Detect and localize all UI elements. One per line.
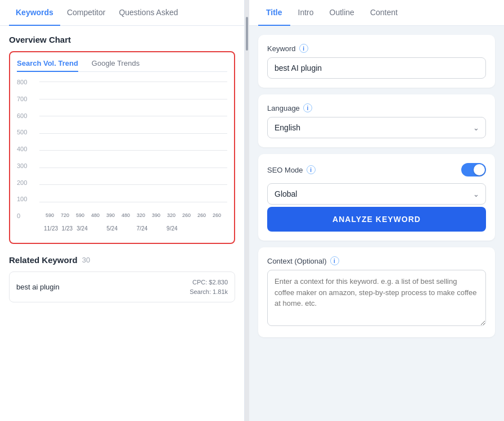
context-section: Context (Optional) i [258, 247, 495, 337]
overview-chart-title: Overview Chart [9, 35, 235, 44]
bar-group: 720 [59, 212, 71, 219]
bars-row: 590720590480390480320390320260260260 [39, 79, 227, 219]
tab-competitor[interactable]: Competitor [60, 0, 112, 26]
keyword-cpc: CPC: $2.830 [190, 278, 228, 287]
y-label-600: 600 [17, 112, 27, 119]
keyword-list-item[interactable]: best ai plugin CPC: $2.830 Search: 1.81k [9, 271, 235, 302]
y-label-800: 800 [17, 79, 27, 85]
seo-mode-toggle[interactable] [461, 163, 486, 176]
language-section: Language i English Spanish French German… [258, 94, 495, 147]
bar-value-label: 480 [122, 212, 130, 218]
bar-group: 390 [105, 212, 116, 219]
right-panel: Title Intro Outline Content Keyword i La… [249, 0, 504, 421]
tab-title[interactable]: Title [258, 0, 290, 26]
chart-tab-search-vol[interactable]: Search Vol. Trend [17, 59, 78, 72]
x-label: 3/24 [76, 225, 88, 232]
bar-group: 390 [150, 212, 162, 219]
y-label-0: 0 [17, 212, 27, 219]
bar-value-label: 260 [197, 212, 206, 218]
y-label-700: 700 [17, 96, 27, 102]
right-tab-bar: Title Intro Outline Content [249, 0, 504, 26]
toggle-knob [474, 164, 485, 175]
context-info-icon[interactable]: i [330, 256, 339, 265]
bar-value-label: 590 [76, 212, 84, 218]
language-select[interactable]: English Spanish French German [267, 117, 486, 138]
y-label-100: 100 [17, 196, 27, 202]
chart-area: 0 100 200 300 400 500 600 700 800 [17, 79, 227, 236]
bar-value-label: 590 [46, 212, 54, 218]
language-info-icon[interactable]: i [303, 103, 312, 112]
bar-group: 260 [181, 212, 192, 219]
seo-mode-info-icon[interactable]: i [307, 165, 316, 174]
related-keyword-count: 30 [82, 256, 90, 264]
x-label: 7/24 [136, 225, 148, 232]
bar-value-label: 390 [106, 212, 115, 218]
global-select[interactable]: Global Local National [267, 183, 486, 205]
related-keyword-section: Related Keyword 30 best ai plugin CPC: $… [9, 255, 235, 302]
language-label: Language i [267, 103, 486, 112]
related-keyword-title: Related Keyword 30 [9, 255, 235, 265]
seo-mode-label: SEO Mode i [267, 165, 316, 174]
bar-value-label: 320 [167, 212, 176, 218]
tab-content[interactable]: Content [362, 0, 406, 26]
bar-group: 320 [135, 212, 147, 219]
tab-intro[interactable]: Intro [290, 0, 322, 26]
keyword-search: Search: 1.81k [190, 287, 228, 297]
x-labels: 11/231/233/245/247/249/24 [39, 220, 227, 236]
x-label: 5/24 [106, 225, 118, 232]
bar-value-label: 480 [91, 212, 100, 218]
context-textarea[interactable] [267, 270, 486, 326]
left-panel: Keywords Competitor Questions Asked Over… [0, 0, 245, 421]
x-label: 11/23 [44, 225, 58, 232]
chart-container: Search Vol. Trend Google Trends 0 100 20… [9, 51, 235, 244]
bar-group: 590 [44, 212, 56, 219]
bar-value-label: 390 [152, 212, 160, 218]
language-select-wrapper: English Spanish French German ⌄ [267, 117, 486, 138]
seo-mode-dropdown-wrapper: Global Local National ⌄ [267, 183, 486, 205]
scroll-divider [245, 0, 249, 421]
x-label: 9/24 [166, 225, 178, 232]
left-content-area: Overview Chart Search Vol. Trend Google … [0, 26, 244, 421]
keyword-item-name: best ai plugin [16, 283, 60, 291]
scroll-thumb [246, 17, 248, 51]
bar-value-label: 320 [137, 212, 145, 218]
chart-tab-bar: Search Vol. Trend Google Trends [17, 59, 227, 72]
bar-group: 480 [89, 212, 101, 219]
keyword-info-icon[interactable]: i [299, 44, 308, 53]
tab-questions-asked[interactable]: Questions Asked [112, 0, 184, 26]
bar-value-label: 260 [213, 212, 221, 218]
bar-group: 260 [196, 212, 208, 219]
tab-outline[interactable]: Outline [322, 0, 362, 26]
bar-group: 260 [211, 212, 223, 219]
bar-group: 320 [165, 212, 177, 219]
chart-tab-google-trends[interactable]: Google Trends [92, 59, 140, 72]
keyword-input[interactable] [267, 57, 486, 79]
keyword-label: Keyword i [267, 44, 486, 53]
keyword-item-stats: CPC: $2.830 Search: 1.81k [190, 278, 228, 296]
left-tab-bar: Keywords Competitor Questions Asked [0, 0, 244, 26]
global-select-wrapper: Global Local National ⌄ [267, 183, 486, 205]
y-label-500: 500 [17, 129, 27, 135]
bar-value-label: 720 [61, 212, 69, 218]
bar-group: 480 [120, 212, 132, 219]
seo-mode-row: SEO Mode i [267, 163, 486, 176]
y-label-200: 200 [17, 179, 27, 186]
x-label: 1/23 [61, 225, 73, 232]
analyze-keyword-button[interactable]: ANALYZE KEYWORD [267, 207, 486, 232]
right-content-area: Keyword i Language i English Spanish Fre… [249, 26, 504, 421]
y-label-300: 300 [17, 162, 27, 169]
y-label-400: 400 [17, 146, 27, 152]
bar-value-label: 260 [182, 212, 191, 218]
bar-group: 590 [74, 212, 86, 219]
keyword-section: Keyword i [258, 35, 495, 88]
context-label: Context (Optional) i [267, 256, 486, 265]
tab-keywords[interactable]: Keywords [9, 0, 60, 26]
chart-y-labels: 0 100 200 300 400 500 600 700 800 [17, 79, 27, 219]
seo-mode-section: SEO Mode i Global Local National ⌄ ANAL [258, 154, 495, 241]
